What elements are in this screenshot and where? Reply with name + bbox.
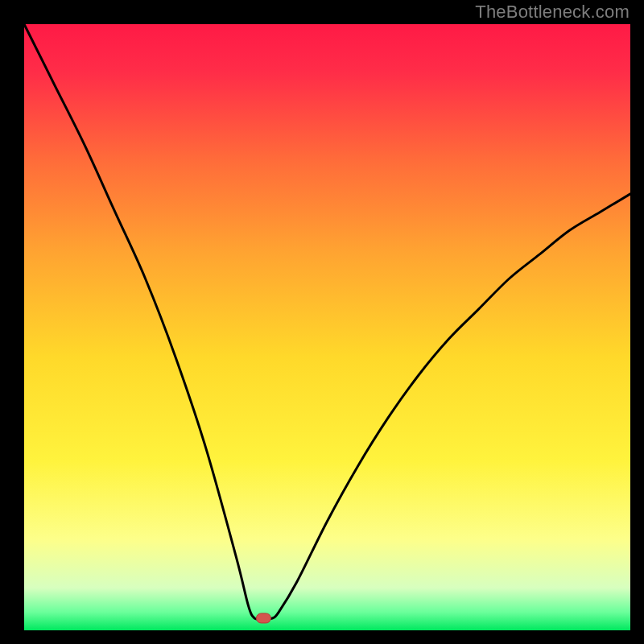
watermark-text: TheBottleneck.com <box>475 2 630 23</box>
plot-background <box>24 24 630 630</box>
bottleneck-chart <box>0 0 644 644</box>
chart-container: TheBottleneck.com <box>0 0 644 644</box>
optimum-marker <box>256 613 270 623</box>
